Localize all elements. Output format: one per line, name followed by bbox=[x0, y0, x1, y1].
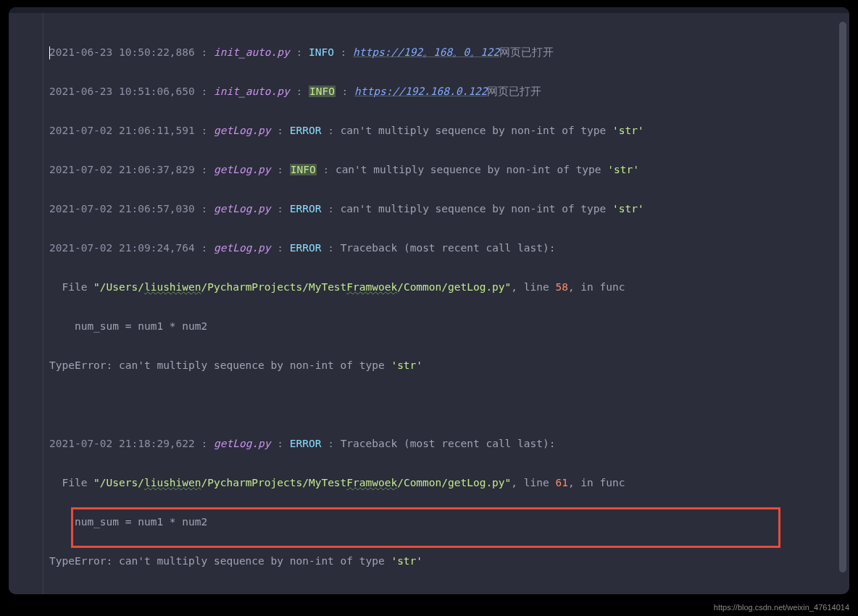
traceback-error-line: TypeError: can't multiply sequence by no… bbox=[49, 356, 849, 375]
log-line: 2021-06-23 10:50:22,886 : init_auto.py :… bbox=[49, 43, 849, 62]
editor-window: 2021-06-23 10:50:22,886 : init_auto.py :… bbox=[9, 7, 849, 594]
blank-line bbox=[49, 395, 849, 415]
log-level: ERROR bbox=[290, 203, 322, 215]
url: https://192。168。0。122 bbox=[353, 46, 499, 58]
filename: init_auto.py bbox=[214, 46, 290, 58]
blank-line bbox=[49, 591, 849, 594]
string-literal: 'str' bbox=[612, 203, 644, 215]
vertical-scrollbar[interactable] bbox=[839, 22, 846, 587]
traceback-header: 2021-07-02 21:18:29,622 : getLog.py : ER… bbox=[49, 434, 849, 454]
log-line: 2021-07-02 21:06:37,829 : getLog.py : IN… bbox=[49, 160, 849, 180]
filename: getLog.py bbox=[214, 203, 271, 215]
log-line: 2021-07-02 21:06:57,030 : getLog.py : ER… bbox=[49, 199, 849, 219]
traceback-header: 2021-07-02 21:09:24,764 : getLog.py : ER… bbox=[49, 238, 849, 258]
timestamp: 2021-06-23 10:50:22,886 bbox=[49, 46, 195, 58]
message: can't multiply sequence by non-int of ty… bbox=[341, 203, 612, 215]
string-literal: 'str' bbox=[612, 125, 644, 136]
timestamp: 2021-07-02 21:06:11,591 bbox=[49, 125, 195, 136]
watermark: https://blog.csdn.net/weixin_47614014 bbox=[714, 603, 849, 612]
filename: getLog.py bbox=[214, 125, 271, 136]
timestamp: 2021-07-02 21:06:37,829 bbox=[49, 164, 195, 175]
message-suffix: 网页已打开 bbox=[499, 46, 554, 58]
traceback-file-line: File "/Users/liushiwen/PycharmProjects/M… bbox=[49, 473, 849, 493]
editor-gutter bbox=[9, 13, 43, 594]
log-level-highlighted: INFO bbox=[290, 164, 317, 175]
filename: init_auto.py bbox=[214, 86, 290, 97]
window-titlebar bbox=[9, 7, 849, 13]
traceback-code-line: num_sum = num1 * num2 bbox=[49, 317, 849, 336]
message: can't multiply sequence by non-int of ty… bbox=[336, 164, 607, 175]
traceback-file-line: File "/Users/liushiwen/PycharmProjects/M… bbox=[49, 278, 849, 297]
traceback-code-line: num_sum = num1 * num2 bbox=[49, 512, 849, 532]
string-literal: 'str' bbox=[607, 164, 639, 175]
message: can't multiply sequence by non-int of ty… bbox=[341, 125, 612, 136]
log-line: 2021-07-02 21:06:11,591 : getLog.py : ER… bbox=[49, 121, 849, 141]
filename: getLog.py bbox=[214, 164, 271, 175]
traceback-error-line: TypeError: can't multiply sequence by no… bbox=[49, 552, 849, 571]
scrollbar-thumb[interactable] bbox=[839, 22, 846, 573]
code-area[interactable]: 2021-06-23 10:50:22,886 : init_auto.py :… bbox=[43, 13, 849, 594]
log-level: ERROR bbox=[290, 125, 322, 136]
timestamp: 2021-06-23 10:51:06,650 bbox=[49, 86, 195, 97]
content-wrapper: 2021-06-23 10:50:22,886 : init_auto.py :… bbox=[9, 13, 849, 594]
log-line: 2021-06-23 10:51:06,650 : init_auto.py :… bbox=[49, 82, 849, 101]
log-level: INFO bbox=[309, 46, 334, 58]
url: https://192.168.0.122 bbox=[354, 86, 487, 97]
message-suffix: 网页已打开 bbox=[487, 86, 541, 97]
log-level-highlighted: INFO bbox=[309, 86, 336, 97]
timestamp: 2021-07-02 21:06:57,030 bbox=[49, 203, 195, 215]
